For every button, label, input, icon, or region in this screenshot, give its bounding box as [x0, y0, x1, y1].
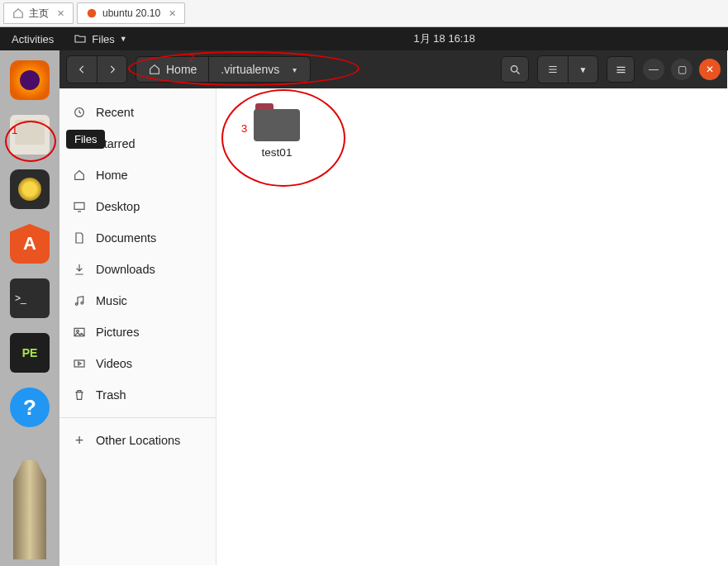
- search-icon: [509, 64, 521, 76]
- dock: A >_ PE ?: [0, 50, 59, 566]
- files-content[interactable]: test01: [216, 88, 727, 565]
- folder-label: test01: [262, 146, 293, 159]
- close-icon[interactable]: ✕: [57, 8, 64, 19]
- chevron-right-icon: [107, 64, 118, 75]
- chevron-left-icon: [76, 64, 88, 75]
- annotation-label: 1: [12, 124, 17, 136]
- dock-pycharm[interactable]: PE: [10, 333, 50, 373]
- sidebar-item-label: Trash: [96, 388, 126, 402]
- maximize-button[interactable]: ▢: [671, 59, 692, 80]
- folder-item[interactable]: test01: [240, 103, 314, 159]
- video-icon: [73, 357, 86, 370]
- vm-tab-home[interactable]: 主页 ✕: [3, 2, 74, 24]
- hamburger-menu[interactable]: [607, 56, 635, 83]
- pic-icon: [73, 326, 86, 339]
- activities-button[interactable]: Activities: [0, 33, 65, 45]
- trash-icon: [73, 388, 86, 402]
- sidebar-item-videos[interactable]: Videos: [59, 348, 216, 379]
- dock-rhythmbox[interactable]: [10, 169, 50, 209]
- sidebar-item-label: Other Locations: [96, 434, 180, 447]
- files-sidebar: Recent Starred Home Desktop Documents Do…: [59, 88, 216, 565]
- list-icon: [547, 64, 559, 75]
- clock[interactable]: 1月 18 16:18: [414, 31, 475, 46]
- gnome-top-bar: Activities Files ▼ 1月 18 16:18: [0, 27, 728, 50]
- svg-point-5: [81, 302, 83, 304]
- vm-tab-label: 主页: [29, 7, 49, 21]
- desktop-icon: [73, 200, 86, 213]
- sidebar-item-label: Home: [96, 169, 128, 182]
- clock-icon: [73, 106, 86, 119]
- wallpaper-pencil: [13, 460, 46, 559]
- files-headerbar: Home .virtualenvs ▼ — ▢ ✕: [59, 50, 727, 88]
- files-window: Home .virtualenvs ▼ — ▢ ✕ Recent Starred: [59, 50, 727, 565]
- search-button[interactable]: [501, 56, 529, 83]
- dock-software[interactable]: A: [10, 224, 50, 264]
- music-icon: [73, 294, 86, 307]
- home-icon: [148, 63, 161, 76]
- sidebar-item-other-locations[interactable]: +Other Locations: [59, 425, 216, 456]
- sidebar-item-desktop[interactable]: Desktop: [59, 191, 216, 222]
- menu-icon: [615, 64, 627, 76]
- close-icon[interactable]: ✕: [169, 8, 176, 19]
- folder-icon: [254, 103, 300, 141]
- view-group: ▼: [537, 55, 598, 83]
- sidebar-item-home[interactable]: Home: [59, 159, 216, 191]
- dock-terminal[interactable]: >_: [10, 278, 50, 318]
- doc-icon: [73, 231, 86, 245]
- view-options-button[interactable]: ▼: [568, 56, 597, 83]
- annotation-label: 2: [188, 52, 194, 64]
- vm-tab-label: ubuntu 20.10: [102, 7, 160, 19]
- app-menu[interactable]: Files ▼: [65, 32, 135, 45]
- sidebar-item-recent[interactable]: Recent: [59, 97, 216, 128]
- close-button[interactable]: ✕: [699, 59, 721, 80]
- forward-button[interactable]: [97, 56, 126, 83]
- svg-rect-3: [74, 202, 84, 209]
- sidebar-item-label: Pictures: [96, 326, 139, 339]
- dock-tooltip: Files: [66, 130, 105, 149]
- list-view-button[interactable]: [538, 56, 568, 83]
- plus-icon: +: [73, 432, 86, 449]
- path-segment-label: .virtualenvs: [221, 63, 279, 76]
- nav-group: [66, 55, 127, 83]
- sidebar-item-label: Downloads: [96, 263, 155, 276]
- chevron-down-icon: ▼: [579, 65, 588, 74]
- home-icon: [12, 7, 24, 19]
- dock-help[interactable]: ?: [10, 388, 50, 427]
- files-body: Recent Starred Home Desktop Documents Do…: [59, 88, 727, 565]
- home-icon: [73, 169, 86, 182]
- download-icon: [73, 263, 86, 276]
- window-controls: — ▢ ✕: [643, 59, 721, 80]
- dock-firefox[interactable]: [10, 60, 50, 100]
- sidebar-item-label: Recent: [96, 106, 134, 119]
- svg-point-1: [511, 65, 517, 72]
- path-home[interactable]: Home: [136, 57, 208, 82]
- annotation-label: 3: [241, 122, 247, 135]
- chevron-down-icon: ▼: [120, 35, 127, 43]
- sidebar-separator: [59, 417, 216, 418]
- vm-tab-ubuntu[interactable]: ubuntu 20.10 ✕: [77, 2, 185, 24]
- back-button[interactable]: [67, 56, 97, 83]
- vm-host-tabstrip: 主页 ✕ ubuntu 20.10 ✕: [0, 0, 728, 27]
- path-current[interactable]: .virtualenvs: [208, 57, 308, 82]
- ubuntu-icon: [86, 7, 98, 19]
- minimize-button[interactable]: —: [643, 59, 664, 80]
- svg-rect-8: [74, 360, 84, 367]
- svg-point-0: [88, 9, 97, 18]
- sidebar-item-label: Desktop: [96, 200, 140, 213]
- sidebar-item-trash[interactable]: Trash: [59, 379, 216, 411]
- sidebar-item-downloads[interactable]: Downloads: [59, 254, 216, 285]
- svg-point-7: [77, 330, 79, 332]
- sidebar-item-label: Music: [96, 294, 127, 307]
- path-segment-label: Home: [166, 63, 197, 76]
- sidebar-item-music[interactable]: Music: [59, 285, 216, 316]
- sidebar-item-documents[interactable]: Documents: [59, 222, 216, 254]
- app-menu-label: Files: [92, 33, 114, 45]
- sidebar-item-label: Documents: [96, 231, 156, 245]
- path-bar[interactable]: Home .virtualenvs: [136, 56, 311, 83]
- folder-icon: [74, 32, 87, 45]
- sidebar-item-pictures[interactable]: Pictures: [59, 316, 216, 348]
- svg-point-4: [75, 303, 78, 306]
- sidebar-item-label: Videos: [96, 357, 132, 370]
